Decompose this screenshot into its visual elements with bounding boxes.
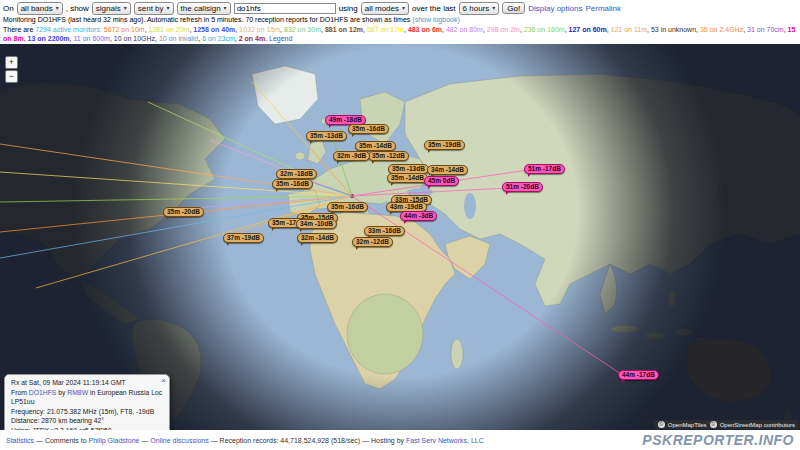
band-monitor-count: 2 on 4m (239, 35, 265, 42)
reception-marker[interactable]: 32m -18dB (276, 169, 317, 179)
world-map (0, 44, 800, 430)
footer-links: Statistics — Comments to Philip Gladston… (6, 437, 484, 444)
monitors-intro: There are (3, 26, 35, 33)
tx-callsign-link[interactable]: DO1HFS (29, 389, 57, 396)
footer-bar: Statistics — Comments to Philip Gladston… (0, 430, 800, 450)
permalink-link[interactable]: Permalink (585, 4, 621, 13)
on-label: On (3, 4, 14, 13)
reception-marker[interactable]: 35m -20dB (163, 207, 204, 217)
band-monitor-count: 1032 on 15m (239, 26, 280, 33)
reception-report-popup: × Rx at Sat, 09 Mar 2024 11:19:14 GMT Fr… (4, 374, 170, 430)
chevron-down-icon: ▾ (402, 5, 405, 11)
osm-icon: © (710, 421, 717, 428)
reception-marker[interactable]: 34m -14dB (427, 165, 468, 175)
openmaptiles-credit[interactable]: OpenMapTiles (668, 422, 707, 428)
popup-rx-time: Rx at Sat, 09 Mar 2024 11:19:14 GMT (11, 378, 163, 388)
transmitter-dot (350, 194, 354, 198)
zoom-out-button[interactable]: − (5, 70, 18, 83)
band-monitor-count: 13 on 2200m (28, 35, 70, 42)
using-label: using (339, 4, 358, 13)
show-label: , show (66, 4, 89, 13)
legend-link[interactable]: Legend (269, 35, 292, 42)
reception-marker[interactable]: 35m -12dB (368, 151, 409, 161)
reception-marker[interactable]: 51m -17dB (524, 164, 565, 174)
query-controls-row: On all bands▾ , show signals▾ sent by▾ t… (3, 1, 797, 15)
band-monitor-count: 5672 on 10m (104, 26, 145, 33)
reception-marker[interactable]: 35m -19dB (424, 140, 465, 150)
reception-marker[interactable]: 37m -19dB (223, 233, 264, 243)
monitoring-status-row: Monitoring DO1HFS (last heard 32 mins ag… (3, 16, 797, 24)
reception-marker[interactable]: 35m -16dB (348, 124, 389, 134)
monitors-count: 7294 active monitors: (35, 26, 103, 33)
band-monitor-count: 587 on 17m (367, 26, 404, 33)
overlast-label: over the last (412, 4, 456, 13)
query-toolbar: On all bands▾ , show signals▾ sent by▾ t… (0, 0, 800, 44)
map-attribution: © OpenMapTiles © OpenStreetMap contribut… (654, 420, 799, 429)
band-monitor-count: 31 on 70cm (747, 26, 784, 33)
band-monitor-count: 35 on 2.4GHz (700, 26, 743, 33)
period-select[interactable]: 6 hours▾ (459, 2, 500, 15)
band-monitor-count: 1381 on 20m (149, 26, 190, 33)
reception-marker[interactable]: 45m 0dB (424, 176, 459, 186)
monitoring-text: Monitoring DO1HFS (last heard 32 mins ag… (3, 16, 412, 23)
reception-marker[interactable]: 35m -13dB (306, 131, 347, 141)
statistics-link[interactable]: Statistics (6, 437, 34, 444)
show-logbook-link[interactable]: (show logbook) (412, 16, 459, 23)
band-monitor-count: 127 on 60m (569, 26, 607, 33)
map-canvas[interactable]: 49m -18dB35m -16dB35m -13dB35m -14dB35m … (0, 44, 800, 430)
reception-marker[interactable]: 34m -10dB (296, 219, 337, 229)
band-monitor-count: 10 on invalid (159, 35, 198, 42)
hosting-link[interactable]: Fast Serv Networks, LLC (406, 437, 484, 444)
reception-marker[interactable]: 35m -14dB (355, 141, 396, 151)
popup-frequency: Frequency: 21.075.382 MHz (15m), FT8, -1… (11, 407, 163, 417)
zoom-in-button[interactable]: + (5, 56, 18, 69)
active-monitors-row: There are 7294 active monitors: 5672 on … (3, 26, 797, 43)
callsign-input[interactable] (234, 3, 336, 14)
close-icon[interactable]: × (161, 376, 166, 386)
band-monitor-count: 236 on 160m (524, 26, 565, 33)
reception-marker[interactable]: 44m -17dB (618, 370, 659, 380)
band-select[interactable]: all bands▾ (17, 2, 63, 15)
popup-software: Using: JTDX v2.2.160-rc5 57f050 (11, 426, 163, 430)
chevron-down-icon: ▾ (124, 5, 127, 11)
band-monitor-count: 53 in unknown (651, 26, 696, 33)
band-monitor-count: 483 on 6m (408, 26, 442, 33)
rx-callsign-link[interactable]: RM8W (67, 389, 88, 396)
popup-path-line: From DO1HFS by RM8W in European Russia L… (11, 388, 163, 407)
pskreporter-watermark: PSKREPORTER.INFO (642, 432, 794, 448)
map-zoom-control: + − (5, 56, 18, 83)
chevron-down-icon: ▾ (224, 5, 227, 11)
author-link[interactable]: Philip Gladstone (88, 437, 139, 444)
band-monitor-count: 482 on 80m (446, 26, 483, 33)
reception-marker[interactable]: 33m -16dB (364, 226, 405, 236)
openmaptiles-icon: © (658, 421, 665, 428)
mode-select[interactable]: all modes▾ (361, 2, 409, 15)
reception-marker[interactable]: 32m -9dB (333, 151, 370, 161)
osm-credit[interactable]: OpenStreetMap contributors (720, 422, 795, 428)
reception-records-text: — Reception records: 44,718,524,928 (518… (209, 437, 406, 444)
band-monitor-count: 1258 on 40m (193, 26, 235, 33)
discussions-link[interactable]: Online discussions (150, 437, 208, 444)
band-monitor-count: 298 on 2m (487, 26, 520, 33)
pskreporter-page: On all bands▾ , show signals▾ sent by▾ t… (0, 0, 800, 450)
go-button[interactable]: Go! (502, 2, 525, 14)
reception-marker[interactable]: 35m -16dB (272, 179, 313, 189)
reception-marker[interactable]: 51m -20dB (502, 182, 543, 192)
reception-marker[interactable]: 44m -3dB (400, 211, 437, 221)
chevron-down-icon: ▾ (492, 5, 495, 11)
display-options-link[interactable]: Display options (528, 4, 582, 13)
chevron-down-icon: ▾ (56, 5, 59, 11)
band-monitor-count: 11 on 600m (73, 35, 109, 42)
callsign-mode-select[interactable]: the callsign▾ (177, 2, 231, 15)
band-monitor-count: 121 on 11m (611, 26, 647, 33)
reception-marker[interactable]: 35m -14dB (387, 173, 428, 183)
reception-marker[interactable]: 32m -12dB (352, 237, 393, 247)
sentby-select[interactable]: sent by▾ (134, 2, 174, 15)
what-select[interactable]: signals▾ (92, 2, 131, 15)
band-monitor-count: 832 on 30m (284, 26, 321, 33)
band-monitor-count: 10 on 10GHz (114, 35, 155, 42)
reception-marker[interactable]: 35m -16dB (327, 202, 368, 212)
popup-distance: Distance: 2870 km bearing 42° (11, 416, 163, 426)
band-monitor-count: 6 on 23cm (202, 35, 235, 42)
reception-marker[interactable]: 32m -14dB (297, 233, 338, 243)
